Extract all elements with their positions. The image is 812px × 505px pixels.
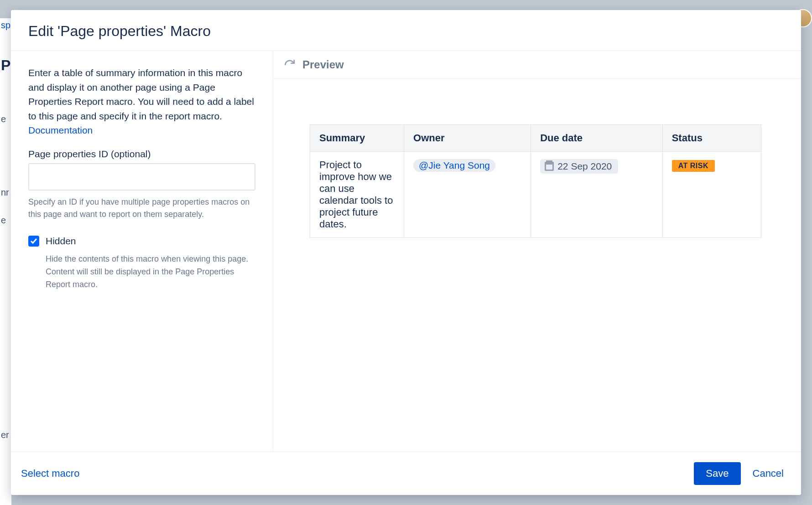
select-macro-link[interactable]: Select macro xyxy=(21,468,79,479)
col-owner: Owner xyxy=(404,125,531,152)
preview-title: Preview xyxy=(302,58,344,71)
dialog-title: Edit 'Page properties' Macro xyxy=(28,23,784,40)
dialog-body: Enter a table of summary information in … xyxy=(11,51,801,452)
table-row: Project to improve how we can use calend… xyxy=(310,152,761,238)
col-due-date: Due date xyxy=(531,125,662,152)
background-page-fragment: sp P e nr e er xyxy=(0,18,11,505)
refresh-icon[interactable] xyxy=(283,58,296,71)
cell-owner: @Jie Yang Song xyxy=(404,152,531,238)
hidden-checkbox[interactable] xyxy=(28,236,39,247)
table-header-row: Summary Owner Due date Status xyxy=(310,125,761,152)
hidden-help: Hide the contents of this macro when vie… xyxy=(46,253,255,291)
save-button[interactable]: Save xyxy=(694,462,740,485)
config-panel: Enter a table of summary information in … xyxy=(11,51,273,452)
page-properties-id-input[interactable] xyxy=(28,163,255,191)
documentation-link[interactable]: Documentation xyxy=(28,125,93,135)
status-badge: AT RISK xyxy=(672,160,715,172)
dialog-footer: Select macro Save Cancel xyxy=(11,452,801,495)
cell-due-date: 22 Sep 2020 xyxy=(531,152,662,238)
col-status: Status xyxy=(662,125,761,152)
col-summary: Summary xyxy=(310,125,404,152)
preview-panel: Preview Summary Owner Due date Status xyxy=(273,51,801,452)
user-mention[interactable]: @Jie Yang Song xyxy=(413,159,495,172)
hidden-checkbox-row: Hidden xyxy=(28,236,255,247)
cell-status: AT RISK xyxy=(662,152,761,238)
cell-summary: Project to improve how we can use calend… xyxy=(310,152,404,238)
date-lozenge: 22 Sep 2020 xyxy=(540,159,618,174)
cancel-button[interactable]: Cancel xyxy=(753,468,784,479)
hidden-label: Hidden xyxy=(46,236,76,247)
dialog-header: Edit 'Page properties' Macro xyxy=(11,10,801,51)
page-properties-id-help: Specify an ID if you have multiple page … xyxy=(28,196,255,222)
preview-body: Summary Owner Due date Status Project to… xyxy=(273,79,801,256)
page-properties-table: Summary Owner Due date Status Project to… xyxy=(310,124,761,238)
page-properties-id-label: Page properties ID (optional) xyxy=(28,149,255,160)
macro-description: Enter a table of summary information in … xyxy=(28,66,255,138)
calendar-icon xyxy=(545,162,554,171)
preview-header: Preview xyxy=(273,51,801,79)
macro-editor-dialog: Edit 'Page properties' Macro Enter a tab… xyxy=(11,10,801,495)
